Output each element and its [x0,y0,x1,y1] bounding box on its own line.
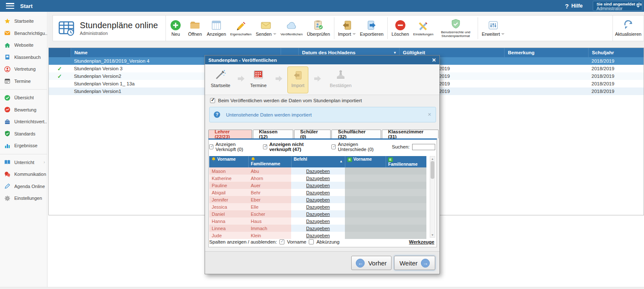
wizard-step-startseite[interactable]: Startseite [208,69,233,88]
dazugeben-link[interactable]: Dazugeben [306,197,330,202]
header-befehl[interactable]: Befehl▲ [291,156,345,167]
bar-chart-icon [4,143,11,149]
hamburger-menu-icon[interactable] [6,3,14,9]
search-input[interactable] [412,144,435,150]
wizard-step-termine[interactable]: Termine [247,69,270,88]
dazugeben-link[interactable]: Dazugeben [306,190,330,195]
sidebar-item-unterrichtsverteilung[interactable]: Unterrichtsvert... [0,116,47,128]
filter-checkbox[interactable] [331,144,336,149]
header-remark[interactable]: Bemerkung [504,48,588,57]
open-button[interactable]: Öffnen [185,16,205,40]
user-rights-button[interactable]: Benutzerrechte und Stundenplanformat [436,16,476,40]
header-status-column[interactable] [49,48,71,57]
open-book-icon [4,159,11,165]
export-button[interactable]: Exportieren [358,16,386,40]
tab-schueler[interactable]: Schüler (0) [294,130,331,138]
search-label: Suchen: [392,144,410,149]
publish-button[interactable]: Veröffentlichen [279,16,305,40]
sidebar-item-startseite[interactable]: Startseite [0,15,47,27]
tab-klassenzimmer[interactable]: Klassenzimmer (31) [382,130,439,138]
header-familienname-untis[interactable]: Familienname [248,156,291,167]
tab-schulfaecher[interactable]: Schulfächer (32) [331,130,381,138]
import-checkbox[interactable] [210,98,215,103]
show-button[interactable]: Anzeigen [205,16,228,40]
header-vorname-untis[interactable]: Vorname [209,156,248,167]
stamp-icon [335,69,346,80]
advanced-button[interactable]: Erweitert [480,16,507,40]
info-close-icon[interactable]: ✕ [428,112,431,117]
calendar-red-icon [253,69,264,80]
import-button[interactable]: Import [336,16,358,40]
dialog-title: Stundenplan - Veröffentlichen [208,58,277,63]
wizard-step-import-active[interactable]: Import [287,66,308,93]
sidebar-item-termine[interactable]: Termine [0,75,47,87]
sort-desc-icon: ▼ [393,51,397,55]
clipboard-check-icon [313,20,324,31]
check-circle-icon [4,95,11,101]
vorname-column-checkbox[interactable] [279,239,284,244]
dazugeben-link[interactable]: Dazugeben [306,204,330,209]
abkuerzung-column-checkbox[interactable] [309,239,314,244]
sidebar-item-agenda-online[interactable]: Agenda Online [0,180,47,193]
filter-verknuepft: Anzeigen Verknüpft (0) [209,142,255,152]
tab-lehrer[interactable]: Lehrer (22/23) [208,130,252,138]
properties-button[interactable]: Eigenschaften [228,16,254,40]
dazugeben-link[interactable]: Dazugeben [306,226,330,231]
sidebar-item-benachrichtigungen[interactable]: Benachrichtigu... [0,27,47,40]
app-logo-group: Stundenpläne online Administration [53,16,166,41]
calendar-icon [4,78,11,84]
verify-button[interactable]: Überprüfen [305,16,332,40]
sidebar-item-einstellungen[interactable]: Einstellungen [0,192,47,204]
dazugeben-link[interactable]: Dazugeben [306,169,330,174]
export-icon [366,20,377,31]
toolbar-zone: Stundenpläne online Administration Neu Ö… [48,12,644,48]
sidebar-item-vertretung[interactable]: Vertretung [0,63,47,75]
timetable-logo-icon [58,20,75,37]
table-scrollbar[interactable]: ▲ ▼ [430,156,435,238]
question-mark-icon: ? [565,3,569,10]
plus-circle-icon [170,20,181,31]
previous-button[interactable]: ← Vorher [351,256,392,270]
refresh-button[interactable]: Aktualisieren [613,16,644,40]
delete-button[interactable]: Löschen [389,16,411,40]
data-tabs: Lehrer (22/23) Klassen (12) Schüler (0) … [208,130,439,138]
filter-checkbox[interactable] [263,144,267,149]
send-button[interactable]: Senden [254,16,279,40]
sidebar-item-standards[interactable]: Standards [0,128,47,140]
header-vorname-app[interactable]: E Vorname [345,156,386,167]
next-button[interactable]: Weiter → [394,256,435,270]
publish-dialog: Stundenplan - Veröffentlichen ✕ Startsei… [205,55,440,274]
filter-nicht-verknuepft: Anzeigen nicht verknüpft (47) [263,142,323,152]
sidebar-item-uebersicht[interactable]: Übersicht [0,92,47,104]
settings-button[interactable]: Einstellungen [411,16,436,40]
bell-icon [211,157,216,162]
help-button[interactable]: ? Hilfe [565,3,583,10]
sidebar-item-ergebnisse[interactable]: Ergebnisse [0,140,47,152]
dazugeben-link[interactable]: Dazugeben [306,183,330,188]
header-familienname-app[interactable]: EFamilienname [386,156,426,167]
pencil-icon [235,21,246,32]
new-button[interactable]: Neu [166,16,185,40]
dazugeben-link[interactable]: Dazugeben [306,219,330,224]
sidebar-item-bewertung[interactable]: Bewertung [0,104,47,116]
dazugeben-link[interactable]: Dazugeben [306,212,330,217]
header-school-year[interactable]: Schuljahr [588,48,644,57]
dazugeben-link[interactable]: Dazugeben [306,233,330,238]
tools-link[interactable]: Werkzeuge [409,239,434,244]
scroll-down-icon[interactable]: ▼ [430,233,435,237]
dazugeben-link[interactable]: Dazugeben [306,176,330,181]
user-menu[interactable]: Sie sind angemeldet als Administrator [593,1,642,11]
sidebar-item-kommunikation[interactable]: Kommunikation › [0,168,47,180]
scroll-up-icon[interactable]: ▲ [430,157,435,161]
sidebar-item-klassenbuch[interactable]: Klassenbuch [0,51,47,64]
close-icon[interactable]: ✕ [432,57,436,63]
sidebar-divider [0,89,47,90]
filter-checkbox[interactable] [209,144,213,149]
info-message: Untenstehende Daten werden importiert [226,112,312,117]
import-on-publish-option: Beim Veröffentlichen werden die Daten vo… [210,98,362,103]
tab-klassen[interactable]: Klassen (12) [253,130,293,138]
sidebar-item-webseite[interactable]: Webseite [0,39,47,51]
scrollbar-thumb[interactable] [431,161,434,179]
arrow-right-icon [313,74,322,83]
sidebar-item-unterricht[interactable]: Unterricht › [0,156,47,169]
